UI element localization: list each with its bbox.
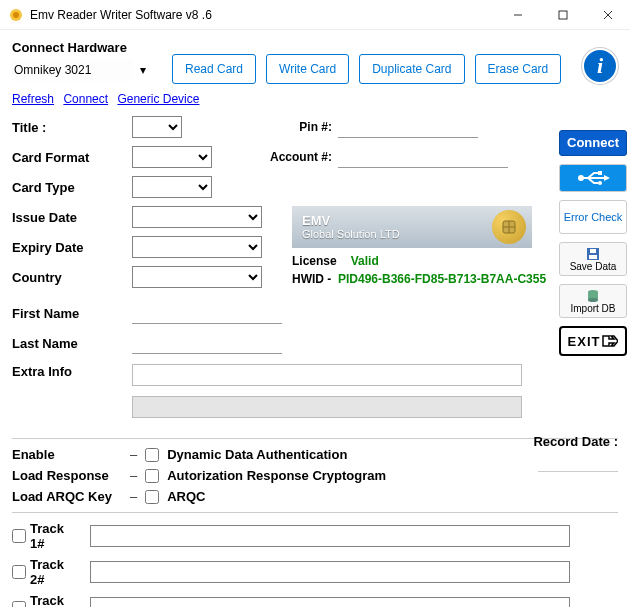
- track1-checkbox[interactable]: [12, 529, 26, 543]
- track3-checkbox[interactable]: [12, 601, 26, 607]
- dda-label: Dynamic Data Authentication: [167, 447, 347, 462]
- track3-input[interactable]: [90, 597, 570, 607]
- window-title: Emv Reader Writer Software v8 .6: [30, 8, 495, 22]
- load-response-label: Load Response: [12, 468, 122, 483]
- last-name-label: Last Name: [12, 336, 132, 351]
- load-arqc-label: Load ARQC Key: [12, 489, 122, 504]
- last-name-input[interactable]: [132, 332, 282, 354]
- first-name-label: First Name: [12, 306, 132, 321]
- dda-checkbox[interactable]: [145, 448, 159, 462]
- card-format-select[interactable]: [132, 146, 212, 168]
- track1-input[interactable]: [90, 525, 570, 547]
- app-icon: [8, 7, 24, 23]
- connect-hardware-label: Connect Hardware: [12, 40, 162, 55]
- country-select[interactable]: [132, 266, 262, 288]
- arc-checkbox[interactable]: [145, 469, 159, 483]
- refresh-link[interactable]: Refresh: [12, 92, 54, 106]
- first-name-input[interactable]: [132, 302, 282, 324]
- title-select[interactable]: [132, 116, 182, 138]
- expiry-date-label: Expiry Date: [12, 240, 132, 255]
- account-label: Account #:: [262, 150, 332, 164]
- license-label: License: [292, 254, 337, 268]
- write-card-button[interactable]: Write Card: [266, 54, 349, 84]
- hardware-select[interactable]: Omnikey 3021: [12, 59, 132, 81]
- arc-label: Autorization Response Cryptogram: [167, 468, 386, 483]
- track2-label: Track 2#: [30, 557, 82, 587]
- title-label: Title :: [12, 120, 132, 135]
- pin-label: Pin #:: [262, 120, 332, 134]
- chip-icon: [492, 210, 526, 244]
- account-input[interactable]: [338, 146, 508, 168]
- svg-rect-3: [559, 11, 567, 19]
- maximize-button[interactable]: [540, 0, 585, 30]
- track1-label: Track 1#: [30, 521, 82, 551]
- extra-info-label: Extra Info: [12, 364, 132, 379]
- arqc-checkbox[interactable]: [145, 490, 159, 504]
- close-button[interactable]: [585, 0, 630, 30]
- issue-date-select[interactable]: [132, 206, 262, 228]
- country-label: Country: [12, 270, 132, 285]
- track3-label: Track 3#: [30, 593, 82, 607]
- license-status: Valid: [351, 254, 379, 268]
- dropdown-caret-icon: ▾: [140, 63, 146, 77]
- connect-link[interactable]: Connect: [63, 92, 108, 106]
- pin-input[interactable]: [338, 116, 478, 138]
- duplicate-card-button[interactable]: Duplicate Card: [359, 54, 464, 84]
- arqc-label: ARQC: [167, 489, 205, 504]
- track2-input[interactable]: [90, 561, 570, 583]
- svg-point-1: [13, 12, 19, 18]
- info-icon[interactable]: i: [582, 48, 618, 84]
- title-bar: Emv Reader Writer Software v8 .6: [0, 0, 630, 30]
- minimize-button[interactable]: [495, 0, 540, 30]
- record-date-label: Record Date :: [518, 434, 618, 449]
- generic-device-link[interactable]: Generic Device: [117, 92, 199, 106]
- erase-card-button[interactable]: Erase Card: [475, 54, 562, 84]
- card-type-label: Card Type: [12, 180, 132, 195]
- card-format-label: Card Format: [12, 150, 132, 165]
- expiry-date-select[interactable]: [132, 236, 262, 258]
- extra-info-input-1[interactable]: [132, 364, 522, 386]
- hwid-value: PID496-B366-FD85-B713-B7AA-C355: [338, 272, 546, 286]
- extra-info-input-2[interactable]: [132, 396, 522, 418]
- issue-date-label: Issue Date: [12, 210, 132, 225]
- card-type-select[interactable]: [132, 176, 212, 198]
- read-card-button[interactable]: Read Card: [172, 54, 256, 84]
- enable-label: Enable: [12, 447, 122, 462]
- record-date-value: [538, 452, 618, 472]
- track2-checkbox[interactable]: [12, 565, 26, 579]
- hwid-label: HWID -: [292, 272, 331, 286]
- emv-banner: EMVGlobal Solution LTD: [292, 206, 532, 248]
